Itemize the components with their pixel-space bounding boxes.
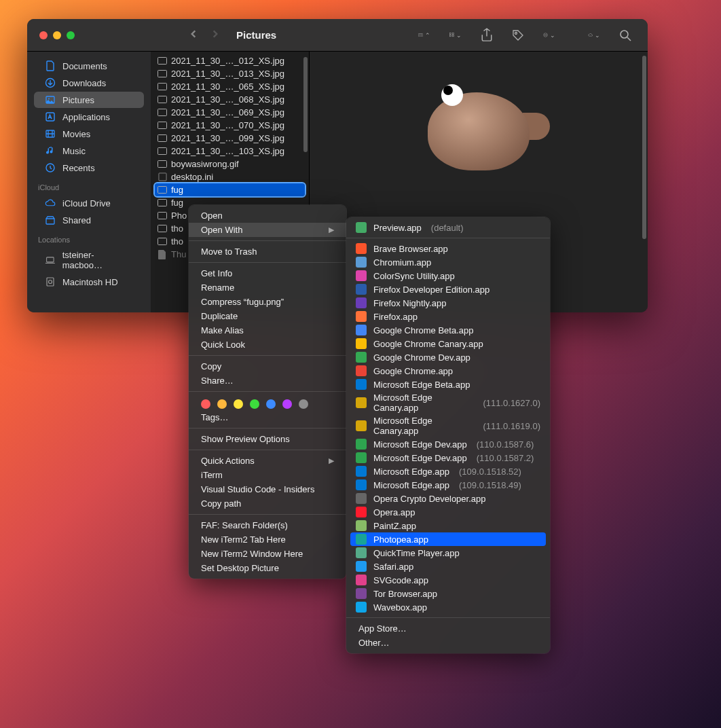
back-button[interactable]	[189, 29, 198, 41]
menu-item-new-iterm-window-here[interactable]: New iTerm2 Window Here	[189, 547, 346, 561]
tag-color[interactable]	[299, 399, 308, 409]
action-icon[interactable]: ⌄	[543, 29, 555, 41]
app-row[interactable]: Google Chrome Beta.app	[346, 323, 550, 337]
menu-item-compress-fugu-png[interactable]: Compress “fugu.png”	[189, 295, 346, 309]
file-icon	[158, 134, 167, 143]
sidebar-item-downloads[interactable]: Downloads	[34, 75, 144, 91]
file-row[interactable]: 2021_11_30_…_070_XS.jpg	[151, 119, 309, 132]
app-row[interactable]: Firefox Nightly.app	[346, 296, 550, 310]
menu-item-quick-look[interactable]: Quick Look	[189, 338, 346, 352]
sidebar-item-macintoshhd[interactable]: Macintosh HD	[34, 274, 144, 290]
minimize-button[interactable]	[53, 31, 61, 39]
menu-item-rename[interactable]: Rename	[189, 280, 346, 295]
tag-color[interactable]	[282, 399, 292, 409]
app-row[interactable]: Google Chrome.app	[346, 364, 550, 378]
menu-separator	[189, 240, 346, 241]
menu-item-copy-path[interactable]: Copy path	[189, 496, 346, 511]
menu-item-tags[interactable]: Tags…	[189, 410, 346, 424]
tag-color[interactable]	[234, 399, 243, 409]
menu-item-open[interactable]: Open	[189, 208, 346, 223]
app-row[interactable]: Microsoft Edge Beta.app	[346, 378, 550, 391]
menu-item-faf-search-folder-s[interactable]: FAF: Search Folder(s)	[189, 518, 346, 532]
sidebar-item-music[interactable]: Music	[34, 143, 144, 159]
menu-item-share[interactable]: Share…	[189, 374, 346, 388]
app-row[interactable]: PaintZ.app	[346, 519, 550, 532]
sidebar-item-pictures[interactable]: Pictures	[34, 92, 144, 108]
app-row[interactable]: Google Chrome Dev.app	[346, 350, 550, 364]
app-row[interactable]: Microsoft Edge Dev.app(110.0.1587.6)	[346, 437, 550, 451]
app-row-default[interactable]: Preview.app(default)	[346, 221, 550, 234]
file-row[interactable]: 2021_11_30_…_069_XS.jpg	[151, 106, 309, 119]
app-row[interactable]: Google Chrome Canary.app	[346, 337, 550, 350]
menu-item-get-info[interactable]: Get Info	[189, 266, 346, 280]
menu-item-duplicate[interactable]: Duplicate	[189, 309, 346, 323]
search-icon[interactable]	[619, 29, 631, 41]
tag-color[interactable]	[250, 399, 259, 409]
sidebar-item-tsteinermacboo[interactable]: tsteiner-macboo…	[34, 247, 144, 273]
app-row[interactable]: Wavebox.app	[346, 600, 550, 614]
file-row[interactable]: boywasiwrong.gif	[151, 158, 309, 170]
tag-color[interactable]	[266, 399, 276, 409]
menu-item-label: Other…	[358, 638, 390, 648]
file-row[interactable]: fug	[155, 183, 305, 196]
menu-item-other[interactable]: Other…	[346, 636, 550, 650]
svg-point-7	[544, 35, 545, 35]
app-row[interactable]: SVGcode.app	[346, 573, 550, 587]
sidebar-item-applications[interactable]: Applications	[34, 109, 144, 125]
menu-item-iterm[interactable]: iTerm	[189, 468, 346, 482]
sidebar-item-documents[interactable]: Documents	[34, 58, 144, 74]
app-row[interactable]: Tor Browser.app	[346, 587, 550, 600]
menu-item-label: Quick Look	[201, 340, 245, 350]
menu-item-quick-actions[interactable]: Quick Actions▶	[189, 454, 346, 468]
group-icon[interactable]: ⌄	[449, 29, 462, 41]
tag-color[interactable]	[201, 399, 210, 409]
file-row[interactable]: 2021_11_30_…_099_XS.jpg	[151, 132, 309, 145]
menu-item-set-desktop-picture[interactable]: Set Desktop Picture	[189, 561, 346, 575]
svg-rect-24	[158, 109, 167, 116]
file-row[interactable]: 2021_11_30_…_068_XS.jpg	[151, 93, 309, 106]
cloud-action-icon[interactable]: ⌄	[588, 29, 600, 41]
app-row[interactable]: Chromium.app	[346, 255, 550, 269]
app-row[interactable]: ColorSync Utility.app	[346, 269, 550, 283]
file-row[interactable]: 2021_11_30_…_013_XS.jpg	[151, 67, 309, 80]
app-row[interactable]: Opera Crypto Developer.app	[346, 492, 550, 505]
menu-item-new-iterm-tab-here[interactable]: New iTerm2 Tab Here	[189, 532, 346, 547]
app-row[interactable]: Brave Browser.app	[346, 242, 550, 255]
menu-item-open-with[interactable]: Open With▶	[189, 223, 346, 237]
sidebar-item-shared[interactable]: Shared	[34, 212, 144, 228]
preview-scrollbar[interactable]	[642, 56, 646, 239]
app-row[interactable]: Safari.app	[346, 560, 550, 573]
sidebar-item-movies[interactable]: Movies	[34, 126, 144, 142]
menu-item-visual-studio-code-insiders[interactable]: Visual Studio Code - Insiders	[189, 482, 346, 496]
app-row[interactable]: Microsoft Edge Canary.app(111.0.1627.0)	[346, 391, 550, 414]
app-row[interactable]: QuickTime Player.app	[346, 546, 550, 560]
forward-button[interactable]	[210, 29, 220, 41]
app-row[interactable]: Microsoft Edge.app(109.0.1518.49)	[346, 478, 550, 492]
tag-icon[interactable]	[512, 29, 524, 41]
file-row[interactable]: desktop.ini	[151, 170, 309, 183]
sidebar-item-recents[interactable]: Recents	[34, 160, 144, 176]
menu-item-make-alias[interactable]: Make Alias	[189, 323, 346, 338]
file-row[interactable]: 2021_11_30_…_012_XS.jpg	[151, 54, 309, 67]
filelist-scrollbar[interactable]	[303, 57, 308, 152]
share-icon[interactable]	[481, 29, 493, 41]
svg-rect-2	[452, 33, 454, 35]
menu-item-copy[interactable]: Copy	[189, 359, 346, 374]
app-row[interactable]: Microsoft Edge Canary.app(111.0.1619.0)	[346, 414, 550, 437]
menu-item-show-preview-options[interactable]: Show Preview Options	[189, 432, 346, 446]
app-row[interactable]: Opera.app	[346, 505, 550, 519]
app-row[interactable]: Microsoft Edge Dev.app(110.0.1587.2)	[346, 451, 550, 465]
close-button[interactable]	[39, 31, 48, 39]
menu-item-appstore[interactable]: App Store…	[346, 621, 550, 636]
maximize-button[interactable]	[67, 31, 75, 39]
tag-color[interactable]	[217, 399, 227, 409]
app-row[interactable]: Microsoft Edge.app(109.0.1518.52)	[346, 465, 550, 478]
file-row[interactable]: 2021_11_30_…_103_XS.jpg	[151, 145, 309, 158]
menu-item-move-to-trash[interactable]: Move to Trash	[189, 244, 346, 259]
sidebar-item-iclouddrive[interactable]: iCloud Drive	[34, 195, 144, 211]
app-row[interactable]: Photopea.app	[350, 532, 546, 546]
file-row[interactable]: 2021_11_30_…_065_XS.jpg	[151, 80, 309, 93]
view-columns-icon[interactable]: ⌃	[418, 29, 430, 41]
app-row[interactable]: Firefox Developer Edition.app	[346, 283, 550, 296]
app-row[interactable]: Firefox.app	[346, 310, 550, 323]
